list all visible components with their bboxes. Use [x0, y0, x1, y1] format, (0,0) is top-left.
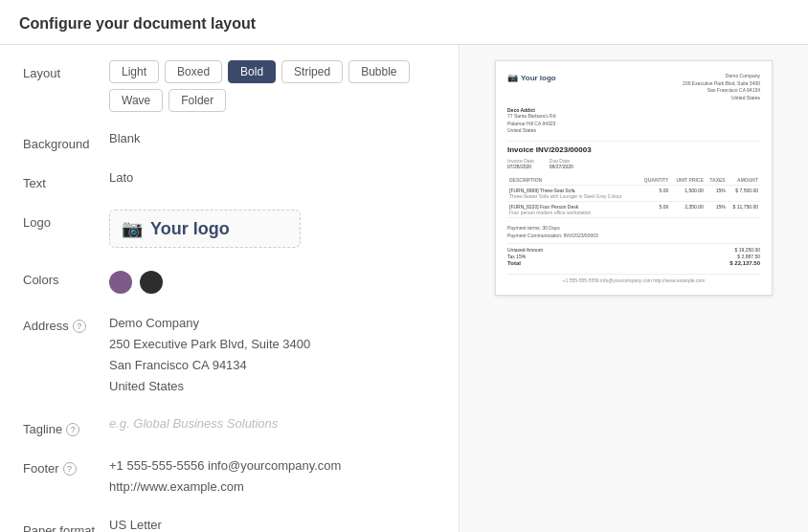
preview-total-row: Total $ 22,137.50: [507, 260, 760, 266]
tagline-help-icon[interactable]: ?: [66, 423, 79, 436]
preview-th-taxes: TAXES: [706, 175, 728, 186]
layout-btn-striped[interactable]: Striped: [281, 60, 343, 83]
preview-tax-row: Tax 15% $ 2,887.50: [507, 254, 760, 259]
preview-th-description: DESCRIPTION: [507, 175, 639, 186]
preview-divider-1: [507, 141, 760, 142]
preview-document: 📷 Your logo Demo Company 200 Executive P…: [495, 60, 773, 296]
background-label: Background: [23, 131, 109, 151]
preview-invoice-date-block: Invoice Date 07/28/2020: [507, 158, 534, 169]
layout-row: Layout Light Boxed Bold Striped Bubble W…: [23, 60, 436, 112]
preview-table-header-row: DESCRIPTION QUANTITY UNIT PRICE TAXES AM…: [507, 175, 760, 186]
footer-help-icon[interactable]: ?: [63, 462, 77, 476]
preview-company-name: Demo Company: [683, 73, 760, 80]
footer-row: Footer ? +1 555-555-5556 info@yourcompan…: [23, 455, 436, 498]
footer-line-2: http://www.example.com: [109, 477, 436, 498]
preview-bill-addr-1: 77 Santa Barbara's Rd: [507, 113, 760, 121]
preview-invoice-number: Invoice INV/2023/00003: [507, 145, 760, 154]
layout-btn-bubble[interactable]: Bubble: [348, 60, 409, 83]
preview-row1-amount: $ 7,500.00: [728, 185, 760, 201]
preview-due-date-value: 08/27/2020: [550, 164, 573, 169]
preview-company-city: San Francisco CA 94134: [683, 87, 760, 95]
content-area: Layout Light Boxed Bold Striped Bubble W…: [0, 45, 808, 532]
color-swatch-dark[interactable]: [140, 271, 163, 294]
preview-table: DESCRIPTION QUANTITY UNIT PRICE TAXES AM…: [507, 175, 760, 218]
camera-icon: 📷: [122, 218, 143, 239]
preview-header: 📷 Your logo Demo Company 200 Executive P…: [507, 73, 760, 101]
preview-bill-to: Deco Addict 77 Santa Barbara's Rd Palama…: [507, 107, 760, 135]
preview-invoice-date-label: Invoice Date: [507, 158, 534, 164]
paper-format-value: US Letter: [109, 514, 162, 532]
colors-area: [109, 267, 436, 294]
preview-totals: Untaxed Amount $ 19,250.00 Tax 15% $ 2,8…: [507, 243, 760, 266]
preview-invoice-date-value: 07/28/2020: [507, 164, 534, 169]
address-help-icon[interactable]: ?: [73, 320, 86, 333]
preview-tax-value: $ 2,887.50: [737, 254, 760, 259]
background-row: Background Blank: [23, 131, 436, 151]
address-line-2: 250 Executive Park Blvd, Suite 3400: [109, 334, 436, 355]
layout-buttons: Light Boxed Bold Striped Bubble Wave Fol…: [109, 60, 436, 112]
preview-bill-addr-2: Palamar Hill CA 94323: [507, 121, 760, 128]
preview-table-row-1: [FURN_8999] Three-Seat Sofa Three-Seater…: [507, 185, 760, 201]
right-panel: 📷 Your logo Demo Company 200 Executive P…: [460, 45, 808, 532]
preview-logo: 📷 Your logo: [507, 73, 556, 82]
preview-due-date-block: Due Date 08/27/2020: [550, 158, 573, 169]
preview-total-label: Total: [507, 260, 521, 266]
preview-footer: +1 555-555-5556 info@yourcompany.com htt…: [507, 274, 760, 283]
preview-company-info: Demo Company 200 Executive Park Blvd, Su…: [683, 73, 760, 101]
page-header: Configure your document layout: [0, 0, 808, 45]
address-label: Address ?: [23, 313, 109, 333]
address-row: Address ? Demo Company 250 Executive Par…: [23, 313, 436, 397]
preview-row2-price: 2,350.00: [670, 201, 705, 217]
logo-row: Logo 📷 Your logo: [23, 210, 436, 248]
layout-btn-bold[interactable]: Bold: [228, 60, 276, 83]
layout-btn-boxed[interactable]: Boxed: [165, 60, 222, 83]
preview-dates: Invoice Date 07/28/2020 Due Date 08/27/2…: [507, 158, 760, 169]
preview-bill-addr-3: United States: [507, 127, 760, 135]
text-row: Text Lato: [23, 170, 436, 190]
preview-row2-taxes: 15%: [706, 201, 728, 217]
layout-label: Layout: [23, 60, 109, 80]
layout-btn-light[interactable]: Light: [109, 60, 159, 83]
preview-company-address: 200 Executive Park Blvd, Suite 3400: [683, 80, 760, 88]
colors-row: Colors: [23, 267, 436, 294]
address-line-3: San Francisco CA 94134: [109, 355, 436, 376]
tagline-label: Tagline ?: [23, 416, 109, 436]
text-label: Text: [23, 170, 109, 190]
footer-text: +1 555-555-5556 info@yourcompany.com htt…: [109, 455, 436, 498]
background-value: Blank: [109, 126, 141, 145]
layout-btn-wave[interactable]: Wave: [109, 89, 163, 112]
preview-row1-desc: [FURN_8999] Three-Seat Sofa Three-Seater…: [507, 185, 639, 201]
preview-payment-comm: Payment Communication: INV/2023/00003: [507, 232, 760, 239]
logo-label: Logo: [23, 210, 109, 230]
preview-untaxed-value: $ 19,250.00: [735, 247, 760, 253]
preview-th-amount: AMOUNT: [728, 175, 760, 186]
address-line-4: United States: [109, 376, 436, 397]
page-title: Configure your document layout: [19, 15, 789, 33]
preview-camera-icon: 📷: [507, 73, 518, 82]
paper-format-label: Paper format: [23, 518, 109, 532]
preview-row1-price: 1,500.00: [670, 185, 705, 201]
colors-label: Colors: [23, 267, 109, 287]
logo-placeholder-text: Your logo: [150, 219, 230, 239]
preview-tax-label: Tax 15%: [507, 254, 526, 259]
preview-payment-terms: Payment terms: 30 Days: [507, 224, 760, 232]
footer-label: Footer ?: [23, 455, 109, 476]
text-value: Lato: [109, 166, 133, 185]
logo-area[interactable]: 📷 Your logo: [109, 210, 301, 248]
preview-row2-desc: [FURN_8220] Four Person Desk Four person…: [507, 201, 639, 217]
layout-btn-folder[interactable]: Folder: [168, 89, 226, 112]
preview-table-row-2: [FURN_8220] Four Person Desk Four person…: [507, 201, 760, 217]
address-line-1: Demo Company: [109, 313, 436, 334]
preview-untaxed-row: Untaxed Amount $ 19,250.00: [507, 247, 760, 253]
preview-company-country: United States: [683, 95, 760, 102]
page-container: Configure your document layout Layout Li…: [0, 0, 808, 532]
preview-row1-taxes: 15%: [706, 185, 728, 201]
color-swatch-purple[interactable]: [109, 271, 132, 294]
left-panel: Layout Light Boxed Bold Striped Bubble W…: [0, 45, 460, 532]
preview-total-value: $ 22,137.50: [729, 260, 760, 266]
preview-th-unit-price: UNIT PRICE: [670, 175, 705, 186]
preview-th-qty: QUANTITY: [639, 175, 670, 186]
preview-payments: Payment terms: 30 Days Payment Communica…: [507, 224, 760, 239]
address-text: Demo Company 250 Executive Park Blvd, Su…: [109, 313, 436, 397]
preview-row2-amount: $ 11,750.00: [728, 201, 760, 217]
